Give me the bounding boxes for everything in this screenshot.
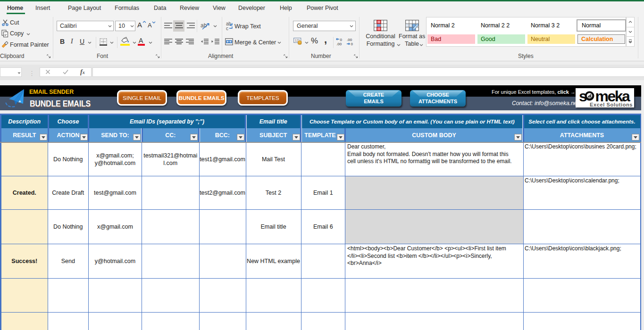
svg-text:.00: .00: [347, 38, 352, 42]
svg-text:.00: .00: [336, 42, 342, 46]
svg-text:Excel Solutions: Excel Solutions: [590, 101, 633, 107]
svg-text:0: 0: [340, 38, 343, 42]
svg-text:c: c: [226, 26, 228, 31]
svg-text:0: 0: [351, 42, 353, 46]
